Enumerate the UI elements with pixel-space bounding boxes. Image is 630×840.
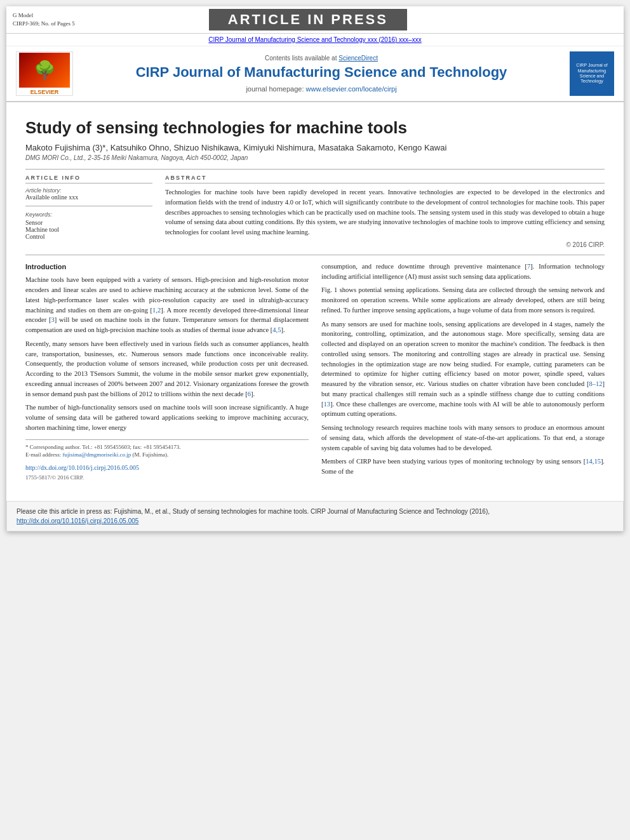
journal-main-header: 🌳 ELSEVIER Contents lists available at S… <box>6 46 624 101</box>
journal-main-title: CIRP Journal of Manufacturing Science an… <box>83 64 560 81</box>
body-columns: Introduction Machine tools have been equ… <box>25 262 605 483</box>
right-para-1: consumption, and reduce downtime through… <box>321 262 605 282</box>
elsevier-tree-icon: 🌳 <box>19 53 70 88</box>
ref-6-link[interactable]: 6 <box>248 390 251 397</box>
info-section: ARTICLE INFO Article history: Available … <box>25 175 605 248</box>
intro-para-3: The number of high-functionality sensors… <box>25 403 309 432</box>
introduction-heading: Introduction <box>25 262 309 272</box>
journal-homepage-link[interactable]: www.elsevier.com/locate/cirpj <box>306 85 397 93</box>
journal-header: CIRP Journal of Manufacturing Science an… <box>6 34 624 102</box>
journal-homepage: journal homepage: www.elsevier.com/locat… <box>83 85 560 93</box>
keyword-control: Control <box>25 233 152 240</box>
right-para-2: Fig. 1 shows potential sensing applicati… <box>321 285 605 315</box>
elsevier-image: 🌳 <box>19 53 70 88</box>
ref-3-link[interactable]: 3 <box>51 316 55 323</box>
citation-doi-link[interactable]: http://dx.doi.org/10.1016/j.cirpj.2016.0… <box>17 517 138 524</box>
doi-section: http://dx.doi.org/10.1016/j.cirpj.2016.0… <box>25 463 309 483</box>
elsevier-name: ELSEVIER <box>30 89 59 95</box>
email-label: E-mail address: <box>25 451 61 458</box>
keyword-machine-tool: Machine tool <box>25 226 152 233</box>
right-para-4: Sensing technology research requires mac… <box>321 423 605 453</box>
article-title: Study of sensing technologies for machin… <box>25 118 605 138</box>
info-divider <box>25 206 152 206</box>
sciencedirect-link[interactable]: ScienceDirect <box>338 55 378 62</box>
footnotes: * Corresponding author. Tel.: +81 595455… <box>25 439 309 459</box>
intro-para-2: Recently, many sensors have been effecti… <box>25 339 309 399</box>
citation-text: Please cite this article in press as: Fu… <box>17 508 490 515</box>
keywords-label: Keywords: <box>25 211 152 218</box>
article-info: ARTICLE INFO Article history: Available … <box>25 175 152 248</box>
copyright: © 2016 CIRP. <box>165 241 605 248</box>
doi-link[interactable]: http://dx.doi.org/10.1016/j.cirpj.2016.0… <box>25 463 309 472</box>
authors: Makoto Fujishima (3)*, Katsuhiko Ohno, S… <box>25 143 605 152</box>
column-right: consumption, and reduce downtime through… <box>321 262 605 483</box>
available-online: Available online xxx <box>25 194 152 201</box>
corresponding-author: * Corresponding author. Tel.: +81 595455… <box>25 443 309 451</box>
ref-7-link[interactable]: 7 <box>527 263 530 270</box>
keyword-sensor: Sensor <box>25 219 152 226</box>
divider-2 <box>25 255 605 255</box>
cirpj-ref: CIRPJ-369; No. of Pages 5 <box>13 20 75 27</box>
journal-title-bar: CIRP Journal of Manufacturing Science an… <box>6 34 624 46</box>
ref-1-link[interactable]: 1,2 <box>152 307 161 314</box>
citation-box: Please cite this article in press as: Fu… <box>6 501 624 531</box>
abstract-section: ABSTRACT Technologies for machine tools … <box>165 175 605 248</box>
email-line: E-mail address: fujisima@dmgmoriseiki.co… <box>25 451 309 459</box>
ref-13-link[interactable]: 13 <box>324 401 331 408</box>
right-para-5: Members of CIRP have been studying vario… <box>321 457 605 477</box>
history-label: Article history: <box>25 187 152 194</box>
affiliation: DMG MORI Co., Ltd., 2-35-16 Meiki Nakamu… <box>25 154 605 161</box>
g-model-label: G Model <box>13 12 33 18</box>
main-content: Study of sensing technologies for machin… <box>6 102 624 495</box>
issn: 1755-5817/© 2016 CIRP. <box>25 474 84 481</box>
ref-45-link[interactable]: 4,5 <box>272 326 281 333</box>
ref-14-15-link[interactable]: 14,15 <box>586 458 601 465</box>
top-banner: G Model CIRPJ-369; No. of Pages 5 ARTICL… <box>6 6 624 34</box>
article-history-block: Article history: Available online xxx <box>25 187 152 201</box>
column-left: Introduction Machine tools have been equ… <box>25 262 309 483</box>
article-info-heading: ARTICLE INFO <box>25 175 152 183</box>
contents-available: Contents lists available at ScienceDirec… <box>83 55 560 62</box>
right-para-3: As many sensors are used for machine too… <box>321 319 605 420</box>
abstract-heading: ABSTRACT <box>165 175 605 183</box>
divider-1 <box>25 169 605 170</box>
g-model-info: G Model CIRPJ-369; No. of Pages 5 <box>13 11 75 27</box>
intro-para-1: Machine tools have been equipped with a … <box>25 275 309 335</box>
abstract-text: Technologies for machine tools have been… <box>165 187 605 237</box>
journal-thumbnail: CIRP Journal of Manufacturing Science an… <box>570 51 614 96</box>
journal-title-center: Contents lists available at ScienceDirec… <box>83 55 560 92</box>
email-link[interactable]: fujisima@dmgmoriseiki.co.jp <box>62 451 131 458</box>
elsevier-logo: 🌳 ELSEVIER <box>16 51 73 96</box>
email-person: (M. Fujishima). <box>133 451 169 458</box>
page: G Model CIRPJ-369; No. of Pages 5 ARTICL… <box>6 6 624 531</box>
keywords-block: Keywords: Sensor Machine tool Control <box>25 211 152 240</box>
journal-title-link[interactable]: CIRP Journal of Manufacturing Science an… <box>208 36 421 43</box>
article-in-press-banner: ARTICLE IN PRESS <box>209 9 407 30</box>
ref-8-12-link[interactable]: 8–12 <box>589 380 603 387</box>
